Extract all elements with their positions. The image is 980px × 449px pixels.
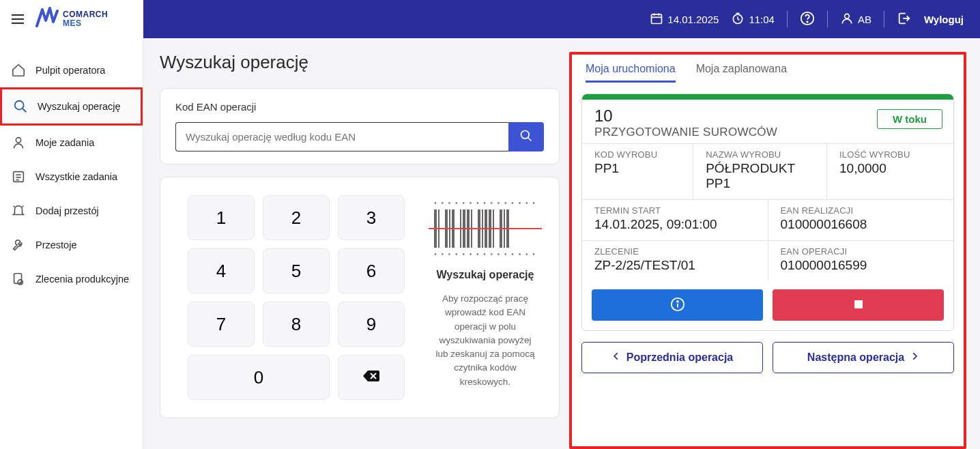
search-icon (519, 129, 533, 145)
svg-line-23 (23, 206, 24, 207)
header-date: 14.01.2025 (650, 12, 719, 27)
search-label: Kod EAN operacji (175, 101, 544, 113)
key-8[interactable]: 8 (263, 302, 330, 347)
search-button[interactable] (508, 122, 544, 151)
prev-operation-button[interactable]: Poprzednia operacja (581, 342, 763, 373)
tab-my-planned[interactable]: Moja zaplanowana (696, 63, 787, 83)
date-text: 14.01.2025 (667, 14, 719, 25)
key-6[interactable]: 6 (338, 248, 405, 293)
sidebar-label: Dodaj przestój (35, 205, 99, 216)
logout-button[interactable]: Wyloguj (924, 14, 964, 25)
next-label: Następna operacja (807, 351, 904, 364)
status-stripe (582, 94, 953, 100)
keypad-help-text: Aby rozpocząć pracę wprowadź kod EAN ope… (432, 292, 538, 389)
value-nazwa-wyrobu: PÓŁPRODUKT PP1 (706, 161, 814, 191)
document-icon (11, 272, 26, 287)
separator (827, 11, 828, 27)
label: ILOŚĆ WYROBU (839, 149, 941, 160)
svg-line-27 (528, 138, 532, 141)
sidebar-item-search-operation[interactable]: Wyszukaj operację (0, 87, 143, 126)
sidebar-item-my-tasks[interactable]: Moje zadania (0, 126, 143, 160)
info-button[interactable] (592, 289, 763, 321)
calendar-icon (650, 12, 663, 27)
sidebar-item-production-orders[interactable]: Zlecenia produkcyjne (0, 262, 143, 296)
stop-button[interactable] (773, 289, 944, 321)
barcode-icon: • • • • • • • • • • • • • • • • • • • • … (434, 199, 536, 258)
key-3[interactable]: 3 (338, 195, 405, 240)
value-ean-operacji: 010000016599 (781, 258, 942, 273)
key-0[interactable]: 0 (188, 355, 330, 400)
value-zlecenie: ZP-2/25/TEST/01 (594, 258, 755, 273)
svg-point-26 (521, 131, 530, 139)
sidebar-label: Zlecenia produkcyjne (35, 274, 129, 285)
svg-rect-3 (652, 14, 662, 23)
hamburger-menu-icon[interactable] (10, 11, 26, 27)
sidebar-item-dashboard[interactable]: Pulpit operatora (0, 53, 143, 87)
operation-nav: Poprzednia operacja Następna operacja (581, 342, 954, 373)
value-kod-wyrobu: PP1 (594, 161, 680, 176)
ean-search-input[interactable] (175, 122, 508, 151)
operation-header: 10 PRZYGOTOWANIE SUROWCÓW W toku (582, 100, 953, 143)
label: NAZWA WYROBU (706, 149, 814, 160)
keypad-card: 1 2 3 4 5 6 7 8 9 0 (160, 177, 560, 418)
sidebar-item-all-tasks[interactable]: Wszystkie zadania (0, 160, 143, 194)
wrench-icon (11, 237, 26, 252)
time-text: 11:04 (749, 14, 775, 25)
operation-actions (582, 281, 953, 330)
app-header: COMARCH MES 14.01.2025 11:04 AB (0, 0, 980, 38)
key-2[interactable]: 2 (263, 195, 330, 240)
sidebar-label: Pulpit operatora (35, 65, 105, 76)
separator (787, 11, 788, 27)
logout-icon[interactable] (897, 11, 912, 28)
sidebar-label: Przestoje (35, 240, 76, 250)
svg-point-32 (677, 300, 678, 302)
user-badge[interactable]: AB (840, 12, 871, 27)
clock-icon (731, 12, 745, 27)
brand-logo: COMARCH MES (35, 7, 108, 32)
status-badge: W toku (877, 109, 942, 129)
label: TERMIN START (594, 205, 755, 216)
label: EAN OPERACJI (781, 246, 942, 257)
key-7[interactable]: 7 (188, 302, 255, 347)
user-initials: AB (858, 14, 871, 25)
value-termin-start: 14.01.2025, 09:01:00 (594, 217, 755, 232)
key-9[interactable]: 9 (338, 302, 405, 347)
key-5[interactable]: 5 (263, 248, 330, 293)
keypad-title: Wyszukaj operację (437, 269, 534, 281)
chevron-left-icon (611, 351, 621, 364)
tabs: Moja uruchomiona Moja zaplanowana (581, 63, 954, 87)
sidebar-label: Moje zadania (35, 137, 94, 148)
list-icon (11, 169, 26, 184)
svg-line-16 (23, 108, 27, 113)
svg-line-9 (738, 18, 740, 20)
sidebar-item-add-downtime[interactable]: Dodaj przestój (0, 194, 143, 228)
numeric-keypad: 1 2 3 4 5 6 7 8 9 0 (188, 195, 405, 400)
header-right: 14.01.2025 11:04 AB Wyloguj (143, 0, 980, 38)
keypad-info: • • • • • • • • • • • • • • • • • • • • … (432, 195, 538, 400)
svg-point-15 (15, 101, 24, 110)
header-left: COMARCH MES (0, 0, 143, 38)
brand-line2: MES (63, 19, 108, 28)
info-icon (670, 297, 685, 314)
operation-details: KOD WYROBUPP1 NAZWA WYROBUPÓŁPRODUKT PP1… (582, 143, 953, 281)
search-card: Kod EAN operacji (160, 88, 560, 164)
key-1[interactable]: 1 (188, 195, 255, 240)
page-title: Wyszukaj operację (160, 52, 560, 73)
search-icon (13, 99, 28, 114)
home-icon (11, 63, 26, 78)
tab-my-running[interactable]: Moja uruchomiona (586, 63, 676, 83)
separator (884, 11, 884, 27)
next-operation-button[interactable]: Następna operacja (773, 342, 954, 373)
sidebar-item-downtimes[interactable]: Przestoje (0, 228, 143, 262)
value-ean-realizacji: 010000016608 (781, 217, 942, 232)
svg-point-17 (16, 138, 20, 143)
main-left: Wyszukaj operację Kod EAN operacji 1 (160, 52, 560, 449)
key-backspace[interactable] (338, 355, 405, 400)
sidebar-label: Wszystkie zadania (35, 171, 117, 182)
chevron-right-icon (910, 351, 919, 364)
help-icon[interactable] (800, 11, 815, 28)
operation-card: 10 PRZYGOTOWANIE SUROWCÓW W toku KOD WYR… (581, 93, 954, 331)
header-time: 11:04 (731, 12, 775, 27)
key-4[interactable]: 4 (188, 248, 255, 293)
person-icon (11, 135, 26, 150)
